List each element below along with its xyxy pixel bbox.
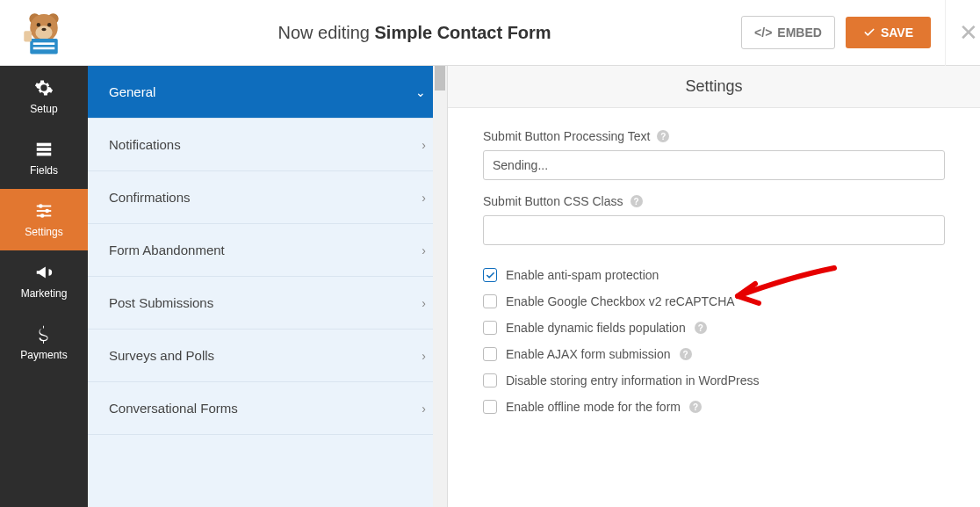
- checkbox[interactable]: [483, 347, 497, 361]
- subpanel-label: Notifications: [109, 137, 181, 152]
- top-actions: </> EMBED SAVE: [741, 16, 945, 49]
- close-icon: ✕: [959, 19, 978, 47]
- bullhorn-icon: [34, 263, 54, 282]
- checkbox[interactable]: [483, 294, 497, 308]
- subpanel-label: Post Submissions: [109, 295, 213, 310]
- check-icon: [863, 26, 876, 39]
- subpanel-item-notifications[interactable]: Notifications ›: [88, 119, 447, 171]
- subpanel-label: General: [109, 84, 155, 99]
- form-name: Simple Contact Form: [375, 23, 551, 42]
- chevron-down-icon: ⌄: [415, 85, 426, 99]
- checkbox[interactable]: [483, 321, 497, 335]
- field-processing-text: Submit Button Processing Text ?: [483, 129, 945, 180]
- list-icon: [34, 140, 54, 159]
- help-icon[interactable]: ?: [657, 130, 669, 142]
- help-icon[interactable]: ?: [695, 322, 707, 334]
- svg-rect-7: [30, 39, 58, 54]
- close-button[interactable]: ✕: [945, 0, 980, 66]
- checkbox-recaptcha[interactable]: Enable Google Checkbox v2 reCAPTCHA: [483, 294, 945, 308]
- help-icon[interactable]: ?: [689, 401, 702, 413]
- svg-point-3: [35, 25, 52, 40]
- subpanel-label: Confirmations: [109, 190, 191, 205]
- left-icon-bar: Setup Fields Settings Marketing Payments: [0, 66, 88, 507]
- subpanel-label: Form Abandonment: [109, 243, 225, 257]
- logo: [0, 8, 88, 57]
- top-bar: Now editing Simple Contact Form </> EMBE…: [0, 0, 980, 66]
- leftbar-item-settings[interactable]: Settings: [0, 189, 88, 250]
- chevron-right-icon: ›: [422, 138, 426, 152]
- content-body: Submit Button Processing Text ? Submit B…: [448, 108, 980, 414]
- checkbox[interactable]: [483, 400, 497, 414]
- leftbar-item-setup[interactable]: Setup: [0, 66, 88, 127]
- svg-point-19: [40, 214, 45, 218]
- content-panel: Settings Submit Button Processing Text ?…: [448, 66, 980, 507]
- leftbar-item-payments[interactable]: Payments: [0, 312, 88, 373]
- svg-rect-9: [33, 47, 55, 50]
- checkbox[interactable]: [483, 373, 497, 387]
- chevron-right-icon: ›: [422, 402, 426, 416]
- help-icon[interactable]: ?: [631, 195, 643, 207]
- svg-point-15: [39, 204, 43, 208]
- field-label-text: Submit Button Processing Text: [483, 129, 650, 143]
- subpanel-item-form-abandonment[interactable]: Form Abandonment ›: [88, 224, 447, 277]
- checkbox-label: Disable storing entry information in Wor…: [506, 373, 759, 387]
- leftbar-label: Payments: [20, 349, 67, 361]
- embed-button[interactable]: </> EMBED: [741, 16, 835, 49]
- chevron-right-icon: ›: [422, 191, 426, 205]
- editing-prefix: Now editing: [277, 23, 370, 42]
- css-class-input[interactable]: [483, 215, 945, 245]
- svg-rect-11: [37, 143, 52, 147]
- svg-point-4: [37, 23, 40, 26]
- check-icon: [486, 271, 495, 280]
- chevron-right-icon: ›: [422, 243, 426, 257]
- svg-rect-8: [33, 42, 55, 45]
- main-area: Setup Fields Settings Marketing Payments…: [0, 66, 980, 507]
- title-area: Now editing Simple Contact Form: [88, 23, 741, 43]
- checkbox-anti-spam[interactable]: Enable anti-spam protection: [483, 268, 945, 282]
- svg-rect-13: [37, 153, 52, 156]
- embed-button-label: EMBED: [777, 25, 822, 40]
- checkbox-label: Enable dynamic fields population: [506, 321, 686, 335]
- content-title: Settings: [685, 77, 742, 96]
- checkbox-label: Enable AJAX form submission: [506, 347, 671, 361]
- content-header: Settings: [448, 66, 980, 108]
- field-label: Submit Button CSS Class ?: [483, 194, 945, 208]
- leftbar-label: Marketing: [21, 287, 68, 300]
- subpanel-item-post-submissions[interactable]: Post Submissions ›: [88, 277, 447, 330]
- leftbar-item-marketing[interactable]: Marketing: [0, 250, 88, 312]
- scrollbar-thumb[interactable]: [435, 66, 445, 91]
- subpanel-item-general[interactable]: General ⌄: [88, 66, 447, 119]
- subpanel-label: Surveys and Polls: [109, 348, 214, 363]
- subpanel-item-conversational-forms[interactable]: Conversational Forms ›: [88, 382, 447, 435]
- field-label-text: Submit Button CSS Class: [483, 194, 623, 208]
- subpanel-item-surveys-polls[interactable]: Surveys and Polls ›: [88, 330, 447, 382]
- dollar-icon: [34, 324, 54, 344]
- checkbox-dynamic-fields[interactable]: Enable dynamic fields population ?: [483, 321, 945, 335]
- scrollbar-track[interactable]: [433, 66, 447, 507]
- chevron-right-icon: ›: [422, 296, 426, 310]
- leftbar-item-fields[interactable]: Fields: [0, 127, 88, 189]
- checkbox-disable-storing[interactable]: Disable storing entry information in Wor…: [483, 373, 945, 387]
- subpanel-item-confirmations[interactable]: Confirmations ›: [88, 171, 447, 224]
- field-css-class: Submit Button CSS Class ?: [483, 194, 945, 245]
- help-icon[interactable]: ?: [680, 348, 692, 360]
- svg-rect-10: [24, 31, 32, 41]
- leftbar-label: Setup: [30, 103, 57, 115]
- checkbox-ajax[interactable]: Enable AJAX form submission ?: [483, 347, 945, 361]
- svg-rect-12: [37, 148, 52, 151]
- checkbox[interactable]: [483, 268, 497, 282]
- gear-icon: [34, 78, 54, 98]
- bear-logo-icon: [19, 8, 68, 57]
- leftbar-label: Fields: [30, 164, 58, 177]
- code-icon: </>: [754, 25, 772, 40]
- processing-text-input[interactable]: [483, 150, 945, 180]
- chevron-right-icon: ›: [422, 349, 426, 363]
- svg-point-17: [45, 209, 49, 214]
- subpanel-label: Conversational Forms: [109, 401, 238, 416]
- settings-subpanel: General ⌄ Notifications › Confirmations …: [88, 66, 448, 507]
- checkbox-label: Enable Google Checkbox v2 reCAPTCHA: [506, 294, 735, 308]
- sliders-icon: [34, 201, 54, 221]
- checkbox-offline-mode[interactable]: Enable offline mode for the form ?: [483, 400, 945, 414]
- checkbox-label: Enable anti-spam protection: [506, 268, 659, 282]
- save-button[interactable]: SAVE: [846, 17, 931, 48]
